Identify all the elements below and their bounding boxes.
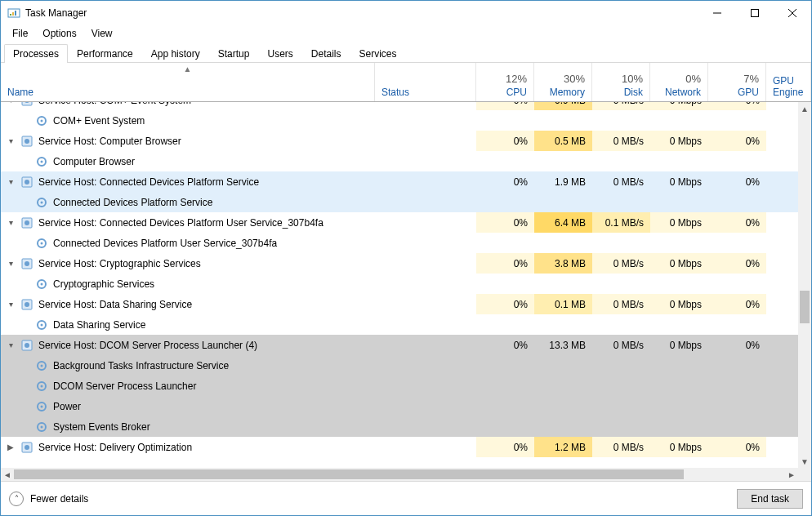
column-memory[interactable]: 30% Memory xyxy=(534,63,592,101)
status-cell xyxy=(375,335,476,355)
table-row[interactable]: Background Tasks Infrastructure Service xyxy=(1,355,798,376)
table-row[interactable]: Data Sharing Service xyxy=(1,314,798,335)
status-cell xyxy=(375,212,476,233)
metric-cell xyxy=(476,416,534,437)
gpu-engine-cell xyxy=(766,192,798,212)
metric-cell: 0 Mbps xyxy=(650,212,708,233)
chevron-down-icon[interactable]: ▾ xyxy=(6,259,16,268)
tab-users[interactable]: Users xyxy=(258,44,301,63)
table-row[interactable]: Cryptographic Services xyxy=(1,274,798,294)
tabbar: ProcessesPerformanceApp historyStartupUs… xyxy=(1,43,811,63)
status-cell xyxy=(375,192,476,212)
column-name[interactable]: ▲ Name xyxy=(1,63,375,101)
svg-point-27 xyxy=(41,282,43,285)
end-task-button[interactable]: End task xyxy=(737,489,803,509)
status-cell xyxy=(375,416,476,437)
metric-cell xyxy=(650,376,708,396)
table-row[interactable]: ▾Service Host: Data Sharing Service0%0.1… xyxy=(1,294,798,314)
minimize-button[interactable] xyxy=(698,1,736,25)
menu-file[interactable]: File xyxy=(6,26,34,41)
chevron-down-icon[interactable]: ▾ xyxy=(6,136,16,145)
metric-cell xyxy=(534,192,592,212)
close-button[interactable] xyxy=(774,1,811,25)
process-name: Connected Devices Platform Service xyxy=(53,197,212,208)
chevron-down-icon[interactable]: ▾ xyxy=(6,102,16,105)
gpu-engine-cell xyxy=(766,314,798,335)
horizontal-scroll-thumb[interactable] xyxy=(14,469,684,479)
chevron-right-icon[interactable]: ▶ xyxy=(6,443,16,452)
service-icon xyxy=(35,114,48,127)
chevron-down-icon[interactable]: ▾ xyxy=(6,340,16,349)
column-network[interactable]: 0% Network xyxy=(650,63,708,101)
menu-options[interactable]: Options xyxy=(36,26,83,41)
tab-performance[interactable]: Performance xyxy=(68,44,142,63)
metric-cell xyxy=(708,151,766,171)
scroll-left-icon[interactable]: ◄ xyxy=(1,468,14,481)
table-row[interactable]: ▾Service Host: Computer Browser0%0.5 MB0… xyxy=(1,131,798,151)
table-row[interactable]: Connected Devices Platform User Service_… xyxy=(1,233,798,253)
gpu-engine-cell xyxy=(766,131,798,151)
table-row[interactable]: System Events Broker xyxy=(1,416,798,437)
column-header: ▲ Name Status 12% CPU 30% Memory 10% Dis… xyxy=(1,63,811,102)
tab-startup[interactable]: Startup xyxy=(209,44,259,63)
metric-cell: 0.9 MB xyxy=(534,102,592,110)
vertical-scrollbar[interactable]: ▲ ▼ xyxy=(798,102,811,468)
process-icon xyxy=(20,135,33,148)
tab-details[interactable]: Details xyxy=(302,44,350,63)
table-row[interactable]: ▾Service Host: DCOM Server Process Launc… xyxy=(1,335,798,355)
chevron-down-icon[interactable]: ▾ xyxy=(6,177,16,186)
tab-services[interactable]: Services xyxy=(350,44,406,63)
table-row[interactable]: Power xyxy=(1,396,798,416)
scroll-down-icon[interactable]: ▼ xyxy=(798,455,811,468)
maximize-button[interactable] xyxy=(736,1,774,25)
vertical-scroll-thumb[interactable] xyxy=(800,291,810,323)
chevron-down-icon[interactable]: ▾ xyxy=(6,218,16,227)
scroll-right-icon[interactable]: ► xyxy=(785,468,798,481)
table-row[interactable]: ▶Service Host: Delivery Optimization0%1.… xyxy=(1,437,798,457)
metric-cell xyxy=(708,110,766,131)
fewer-details-button[interactable]: ˄ Fewer details xyxy=(9,492,88,506)
metric-cell: 0 Mbps xyxy=(650,294,708,314)
table-row[interactable]: Computer Browser xyxy=(1,151,798,171)
metric-cell xyxy=(534,110,592,131)
status-cell xyxy=(375,171,476,192)
chevron-up-icon: ˄ xyxy=(9,492,24,506)
metric-cell: 0 MB/s xyxy=(592,131,650,151)
metric-cell xyxy=(592,274,650,294)
column-gpu-engine[interactable]: GPU Engine xyxy=(766,63,811,101)
table-row[interactable]: ▾Service Host: Connected Devices Platfor… xyxy=(1,212,798,233)
metric-cell: 0.1 MB xyxy=(534,294,592,314)
table-row[interactable]: ▾Service Host: Cryptographic Services0%3… xyxy=(1,253,798,274)
gpu-engine-cell xyxy=(766,110,798,131)
table-row[interactable]: COM+ Event System xyxy=(1,110,798,131)
service-icon xyxy=(35,278,48,291)
column-gpu[interactable]: 7% GPU xyxy=(708,63,766,101)
metric-cell xyxy=(592,355,650,376)
column-cpu[interactable]: 12% CPU xyxy=(476,63,534,101)
gpu-engine-cell xyxy=(766,437,798,457)
tab-app-history[interactable]: App history xyxy=(142,44,209,63)
table-row[interactable]: ▾Service Host: Connected Devices Platfor… xyxy=(1,171,798,192)
svg-point-15 xyxy=(41,160,43,162)
metric-cell: 0% xyxy=(476,171,534,192)
metric-cell: 0 MB/s xyxy=(592,102,650,110)
service-icon xyxy=(35,380,48,393)
svg-point-33 xyxy=(25,343,29,348)
metric-cell: 0 MB/s xyxy=(592,171,650,192)
scroll-up-icon[interactable]: ▲ xyxy=(798,102,811,115)
status-cell xyxy=(375,355,476,376)
gpu-engine-cell xyxy=(766,151,798,171)
svg-point-37 xyxy=(41,385,43,387)
metric-cell: 0% xyxy=(708,294,766,314)
chevron-down-icon[interactable]: ▾ xyxy=(6,300,16,309)
status-cell xyxy=(375,253,476,274)
service-icon xyxy=(35,400,48,413)
table-row[interactable]: Connected Devices Platform Service xyxy=(1,192,798,212)
tab-processes[interactable]: Processes xyxy=(4,44,68,63)
table-row[interactable]: ▾Service Host: COM+ Event System0%0.9 MB… xyxy=(1,102,798,110)
table-row[interactable]: DCOM Server Process Launcher xyxy=(1,376,798,396)
menu-view[interactable]: View xyxy=(85,26,119,41)
column-disk[interactable]: 10% Disk xyxy=(592,63,650,101)
column-status[interactable]: Status xyxy=(375,63,476,101)
horizontal-scrollbar[interactable]: ◄ ► xyxy=(1,468,798,481)
